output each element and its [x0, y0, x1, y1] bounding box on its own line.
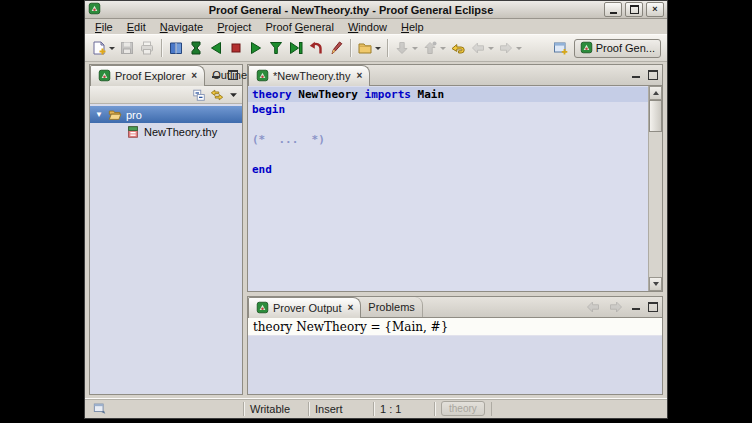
new-wizard-button[interactable] — [89, 38, 117, 59]
back-button[interactable] — [468, 38, 496, 59]
menu-project[interactable]: Project — [210, 21, 258, 33]
status-insert-mode: Insert — [308, 402, 373, 416]
dropdown-caret-icon[interactable] — [516, 47, 522, 50]
arrow-up-icon — [422, 40, 438, 56]
last-edit-location-button[interactable] — [448, 38, 468, 59]
minimize-console-icon[interactable] — [629, 301, 643, 313]
expander-icon[interactable]: ▼ — [94, 111, 104, 119]
tab-close-icon[interactable]: × — [347, 303, 353, 313]
pg-logo-icon — [256, 301, 269, 316]
activate-scripting-button[interactable] — [326, 38, 346, 59]
code-line[interactable]: begin — [248, 102, 648, 117]
retract-arrow-icon — [308, 40, 324, 56]
window-pg-logo-icon — [88, 1, 101, 19]
close-button[interactable]: × — [646, 2, 664, 17]
menu-window[interactable]: Window — [341, 21, 394, 33]
tab-prover-output[interactable]: Prover Output× — [248, 297, 361, 318]
code-line[interactable] — [248, 147, 648, 162]
maximize-editor-icon[interactable] — [646, 69, 660, 81]
next-annotation-button[interactable] — [392, 38, 420, 59]
code-token: end — [252, 163, 272, 176]
process-to-end-button[interactable] — [286, 38, 306, 59]
scroll-up-icon[interactable] — [649, 86, 662, 100]
minimize-editor-icon[interactable] — [629, 69, 643, 81]
application-window: Proof General - NewTheory.thy - Proof Ge… — [84, 0, 668, 419]
menu-navigate[interactable]: Navigate — [153, 21, 210, 33]
tree-item-pro[interactable]: ▼pro — [90, 106, 242, 123]
tree-item-label: pro — [126, 109, 142, 121]
toolbar-buttons — [89, 38, 524, 59]
scrollbar-track[interactable] — [649, 132, 662, 277]
previous-annotation-button[interactable] — [420, 38, 448, 59]
pg-logo-icon — [98, 69, 111, 84]
funnel-icon — [268, 40, 284, 56]
next-step-button[interactable] — [246, 38, 266, 59]
code-editor[interactable]: theory NewTheory imports Mainbegin(* ...… — [248, 86, 648, 291]
tab-close-icon[interactable]: × — [356, 71, 362, 81]
dropdown-caret-icon[interactable] — [109, 47, 115, 50]
dropdown-caret-icon[interactable] — [488, 47, 494, 50]
dropdown-caret-icon[interactable] — [440, 47, 446, 50]
toolbar-group — [89, 38, 157, 59]
collapse-all-icon[interactable] — [192, 88, 206, 102]
menu-help[interactable]: Help — [394, 21, 431, 33]
console-back-icon[interactable] — [583, 296, 603, 317]
pen-icon — [328, 40, 344, 56]
console-forward-icon[interactable] — [606, 296, 626, 317]
print-icon — [139, 40, 155, 56]
scrollbar-thumb[interactable] — [649, 100, 662, 132]
maximize-console-icon[interactable] — [646, 301, 660, 313]
link-with-editor-icon[interactable] — [210, 88, 224, 102]
prover-output-panel: Prover Output×Problems theory NewTheory … — [247, 296, 663, 395]
menu-file[interactable]: File — [88, 21, 120, 33]
minimize-view-icon[interactable] — [209, 69, 223, 81]
fast-view-icon[interactable] — [93, 401, 107, 417]
tab-label: *NewTheory.thy — [273, 70, 350, 82]
status-bar: Writable Insert 1 : 1 theory — [85, 398, 667, 418]
open-perspective-button[interactable] — [553, 40, 569, 56]
pg-logo-icon — [256, 69, 269, 84]
tab-problems[interactable]: Problems — [361, 297, 422, 317]
toolbar: Proof Gen... — [85, 34, 667, 62]
code-token: theory — [252, 88, 292, 101]
arrow-down-icon — [394, 40, 410, 56]
tree-item-newtheory-thy[interactable]: NewTheory.thy — [90, 123, 242, 140]
theory-context-button[interactable]: theory — [441, 401, 485, 416]
undo-step-button[interactable] — [206, 38, 226, 59]
open-definition-button[interactable] — [166, 38, 186, 59]
status-caret-position: 1 : 1 — [373, 402, 434, 416]
code-line[interactable] — [248, 117, 648, 132]
console-panel-controls — [583, 297, 660, 316]
menu-edit[interactable]: Edit — [120, 21, 153, 33]
code-line[interactable]: end — [248, 162, 648, 177]
maximize-button[interactable] — [625, 2, 643, 17]
interrupt-prover-button[interactable] — [226, 38, 246, 59]
code-line[interactable]: theory NewTheory imports Main — [248, 87, 648, 102]
open-location-button[interactable] — [355, 38, 383, 59]
menu-proof-general[interactable]: Proof General — [258, 21, 341, 33]
editor-vertical-scrollbar[interactable] — [648, 86, 662, 291]
tab--newtheory-thy[interactable]: *NewTheory.thy× — [248, 65, 370, 86]
code-line[interactable]: (* ... *) — [248, 132, 648, 147]
explorer-tab-row: Proof Explorer×Outline — [90, 65, 242, 86]
print-button[interactable] — [137, 38, 157, 59]
dropdown-caret-icon[interactable] — [412, 47, 418, 50]
restart-prover-button[interactable] — [186, 38, 206, 59]
menu-bar: FileEditNavigateProjectProof GeneralWind… — [85, 19, 667, 34]
forward-button[interactable] — [496, 38, 524, 59]
goto-position-button[interactable] — [266, 38, 286, 59]
proof-general-perspective-button[interactable]: Proof Gen... — [574, 39, 661, 58]
tab-label: Prover Output — [273, 302, 341, 314]
maximize-view-icon[interactable] — [226, 69, 240, 81]
minimize-button[interactable] — [604, 2, 622, 17]
scroll-down-icon[interactable] — [649, 277, 662, 291]
triangle-right-bar-icon — [288, 40, 304, 56]
tab-proof-explorer[interactable]: Proof Explorer× — [90, 65, 205, 86]
save-button[interactable] — [117, 38, 137, 59]
triangle-left-icon — [208, 40, 224, 56]
retract-file-button[interactable] — [306, 38, 326, 59]
title-bar[interactable]: Proof General - NewTheory.thy - Proof Ge… — [85, 1, 667, 19]
dropdown-caret-icon[interactable] — [375, 47, 381, 50]
view-menu-icon[interactable] — [228, 89, 239, 100]
tab-close-icon[interactable]: × — [191, 71, 197, 81]
